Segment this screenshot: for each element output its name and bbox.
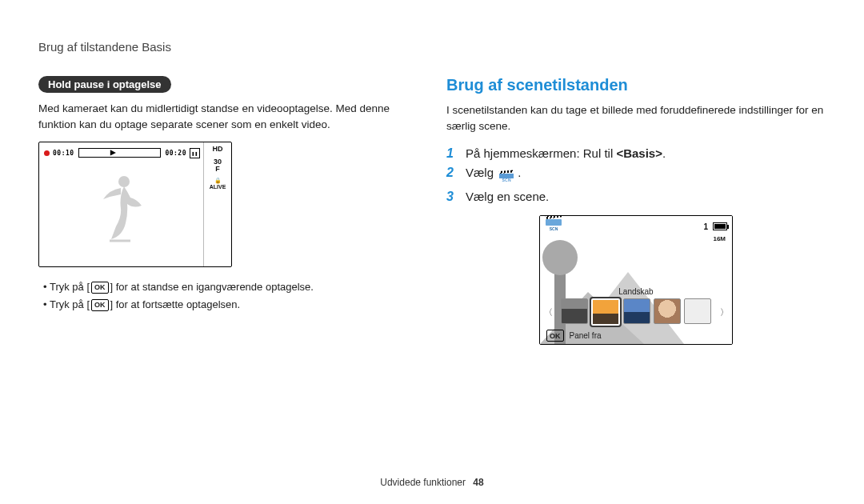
indicator-30: 30F [214,158,222,174]
skater-illustration [86,170,158,250]
record-dot-icon [44,150,50,156]
footer-section: Udvidede funktioner [380,477,466,488]
panel-off-label: Panel fra [570,331,602,340]
scene-mode-icon: SCN [498,174,514,185]
shots-remaining: 1 [703,222,708,231]
ok-key-icon: OK [91,282,109,294]
bullet-1-post: ] for at standse en igangværende optagel… [110,278,314,296]
time-elapsed: 00:10 [53,150,74,157]
intro-left: Med kameraet kan du midlertidigt standse… [38,101,418,132]
bullet-list: • Tryk på [ OK ] for at standse en igang… [38,278,418,314]
svg-point-0 [118,176,130,187]
progress-bar [78,148,162,158]
scene-thumb[interactable] [561,298,588,324]
resolution-indicator: 16M [713,235,726,242]
col-right: Brug af scenetilstanden I scenetilstande… [446,76,826,345]
lcd-scene-preview: SCN 1 16M Landskab 〈 [539,215,733,345]
step1-post: . [662,146,666,160]
scene-label: Landskab [540,287,732,296]
page-footer: Udvidede funktioner 48 [0,477,864,488]
step2-post: . [518,166,521,179]
ok-key-icon: OK [91,299,109,311]
scene-strip: 〈 〉 [543,298,729,326]
svg-point-3 [542,240,578,275]
scene-thumb[interactable] [654,298,681,324]
col-left: Hold pause i optagelse Med kameraet kan … [38,76,418,345]
bullet-2-post: ] for at fortsætte optagelsen. [110,296,241,314]
battery-icon [713,222,727,230]
lcd-record-preview: 00:10 00:20 ❚❚ H [38,142,232,267]
intro-right: I scenetilstanden kan du tage et billede… [446,102,826,134]
step1-bold: <Basis> [616,146,662,160]
page-header: Brug af tilstandene Basis [38,40,826,54]
step2-pre: Vælg [466,166,497,179]
scene-thumb-selected[interactable] [591,298,620,326]
scene-thumb[interactable] [684,298,711,324]
chevron-left-icon[interactable]: 〈 [543,301,553,323]
pause-icon: ❚❚ [190,148,200,158]
chevron-right-icon[interactable]: 〉 [719,301,729,323]
bullet-2-pre: • Tryk på [ [43,296,90,314]
bullet-1-pre: • Tryk på [ [43,278,90,296]
heading-scene-mode: Brug af scenetilstanden [446,76,826,94]
steps-list: 1 På hjemmeskærmen: Rul til <Basis>. 2 V… [446,146,826,204]
section-pill: Hold pause i optagelse [38,76,171,93]
step3: Vælg en scene. [466,190,549,203]
indicator-alive: 🔒ALIVE [210,178,226,190]
time-total: 00:20 [165,150,186,157]
scene-thumb[interactable] [623,298,650,324]
footer-page-number: 48 [473,477,483,488]
scn-badge-icon: SCN [545,219,562,234]
step1-pre: På hjemmeskærmen: Rul til [466,146,616,160]
indicator-hd: HD [213,146,223,153]
ok-key-icon: OK [546,330,564,342]
